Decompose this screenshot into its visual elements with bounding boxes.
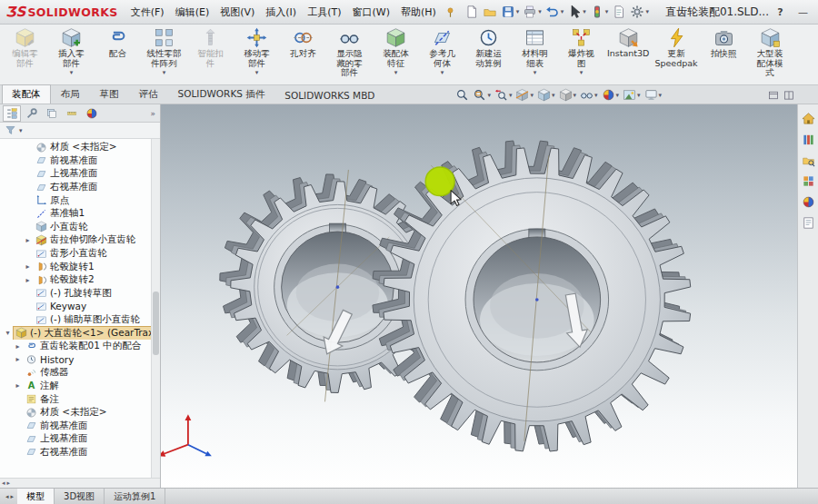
- task-pane-button[interactable]: [802, 133, 815, 146]
- hud-button[interactable]: ▾: [515, 88, 534, 102]
- hud-button[interactable]: ▾: [644, 88, 663, 102]
- tree-item[interactable]: ▸ 右视基准面: [0, 181, 160, 194]
- task-pane-button[interactable]: [802, 195, 815, 209]
- menu-item[interactable]: 文件(F): [125, 2, 170, 23]
- quick-access-button[interactable]: ▾: [544, 3, 566, 21]
- menu-item[interactable]: 插入(I): [260, 2, 302, 23]
- ribbon-button[interactable]: 更新 Speedpak ▾: [652, 25, 700, 84]
- quick-access-button[interactable]: ▾: [463, 3, 481, 21]
- quick-access-button[interactable]: ▾: [588, 3, 611, 21]
- expand-arrow-icon[interactable]: ▾: [4, 329, 12, 337]
- tree-item[interactable]: ▸ 基准轴1: [0, 207, 160, 221]
- ribbon-button[interactable]: 编辑零 部件 ▾: [2, 25, 48, 84]
- command-tab[interactable]: 草图: [90, 84, 129, 104]
- command-tab[interactable]: SOLIDWORKS MBD: [274, 86, 384, 104]
- filter-icon[interactable]: [5, 124, 16, 136]
- ribbon-button[interactable]: 装配体 特征 ▾: [373, 25, 419, 84]
- command-tab[interactable]: 布局: [51, 84, 90, 104]
- manager-tab[interactable]: [83, 105, 101, 122]
- expand-arrow-icon[interactable]: ▸: [24, 236, 32, 244]
- hud-button[interactable]: ▾: [537, 88, 555, 102]
- ribbon-button[interactable]: 智能扣 件 ▾: [187, 25, 234, 84]
- ribbon-button[interactable]: 新建运 动算例 ▾: [465, 25, 512, 84]
- help-button[interactable]: ?: [769, 4, 792, 21]
- tree-item[interactable]: ▸ 原点: [0, 193, 160, 207]
- scrollbar-thumb[interactable]: [153, 292, 159, 355]
- manager-tab[interactable]: [63, 105, 81, 122]
- tree-item[interactable]: ▸ 上视基准面: [0, 167, 160, 181]
- hud-button[interactable]: ▾: [623, 88, 641, 102]
- tree-item[interactable]: ▸ (-) 辅助草图小直齿轮: [0, 313, 160, 327]
- tree-item[interactable]: ▸ 材质 <未指定>: [0, 141, 160, 154]
- hud-button[interactable]: ▾: [580, 88, 598, 102]
- menu-item[interactable]: 窗口(W): [346, 2, 394, 23]
- hud-button[interactable]: ▾: [473, 88, 491, 102]
- ribbon-button[interactable]: 材料明 细表 ▾: [512, 25, 558, 84]
- ribbon-button[interactable]: 插入零 部件 ▾: [48, 25, 95, 84]
- statusbar-tab[interactable]: 3D视图: [55, 489, 105, 504]
- tree-item[interactable]: ▸ 小直齿轮: [0, 221, 160, 234]
- tree-item[interactable]: ▸ A 注解: [0, 380, 160, 393]
- ribbon-button[interactable]: 参考几 何体 ▾: [419, 25, 465, 84]
- tree-item[interactable]: ▸ 轮毂旋转1: [0, 260, 160, 273]
- ribbon-button[interactable]: 显示隐 藏的零 部件 ▾: [326, 25, 373, 84]
- command-tab[interactable]: 装配体: [2, 84, 51, 104]
- quick-access-button[interactable]: ▾: [628, 3, 651, 21]
- tree-item[interactable]: ▾ (-) 大直齿轮<1> (GearTrax<显示: [0, 326, 160, 340]
- statusbar-tab[interactable]: 模型: [17, 489, 55, 504]
- tree-item[interactable]: ▸ Keyway: [0, 300, 160, 313]
- pin-icon[interactable]: [444, 6, 456, 18]
- hud-button[interactable]: ▾: [494, 88, 513, 102]
- filter-dropdown-icon[interactable]: ▾: [19, 127, 23, 134]
- tree-item[interactable]: ▸ History: [0, 353, 160, 367]
- expand-arrow-icon[interactable]: ▸: [24, 276, 32, 284]
- graphics-area[interactable]: [161, 104, 797, 488]
- tree-item[interactable]: ▸ 齿拉伸切除小直齿轮: [0, 233, 160, 247]
- tree-item[interactable]: ▸ 齿形小直齿轮: [0, 247, 160, 261]
- expand-arrow-icon[interactable]: ▸: [14, 355, 22, 363]
- manager-tab[interactable]: [3, 105, 21, 122]
- ribbon-button[interactable]: Instant3D ▾: [604, 25, 652, 84]
- tree-vertical-scrollbar[interactable]: [151, 139, 160, 478]
- ribbon-button[interactable]: 配合 ▾: [95, 25, 141, 84]
- manager-tab[interactable]: [43, 105, 61, 122]
- ribbon-button[interactable]: 爆炸视 图 ▾: [558, 25, 604, 84]
- ribbon-button[interactable]: 移动零 部件 ▾: [234, 25, 280, 84]
- tree-item[interactable]: ▸ 材质 <未指定>: [0, 406, 160, 420]
- tree-item[interactable]: ▸ 上视基准面: [0, 432, 160, 446]
- quick-access-button[interactable]: ▾: [481, 3, 499, 21]
- quick-access-button[interactable]: ▾: [610, 3, 628, 21]
- expand-arrow-icon[interactable]: ▸: [14, 342, 22, 351]
- menu-item[interactable]: 编辑(E): [170, 2, 215, 23]
- tree-item[interactable]: ▸ 前视基准面: [0, 419, 160, 432]
- menu-item[interactable]: 帮助(H): [395, 2, 442, 23]
- command-tab[interactable]: 评估: [129, 84, 168, 104]
- expand-arrow-icon[interactable]: ▸: [14, 381, 22, 390]
- expand-arrow-icon[interactable]: ▸: [24, 262, 32, 271]
- tab-scroll-arrows[interactable]: ◂▸: [2, 489, 17, 504]
- tree-item[interactable]: ▸ 备注: [0, 392, 160, 406]
- panel-horizontal-scrollbar[interactable]: ◂▸: [0, 478, 160, 488]
- tree-item[interactable]: ▸ 右视基准面: [0, 446, 160, 460]
- tree-item[interactable]: ▸ 传感器: [0, 366, 160, 380]
- hud-button[interactable]: ▾: [455, 88, 469, 102]
- ribbon-button[interactable]: 线性零部 件阵列 ▾: [141, 25, 187, 84]
- tree-item[interactable]: ▸ 前视基准面: [0, 154, 160, 168]
- quick-access-button[interactable]: ▾: [565, 3, 588, 21]
- ribbon-button[interactable]: 大型装 配体模 式 ▾: [747, 25, 793, 84]
- task-pane-button[interactable]: [802, 216, 815, 230]
- pane-control-button[interactable]: [768, 90, 779, 101]
- hud-button[interactable]: ▾: [559, 88, 577, 102]
- pane-control-button[interactable]: [783, 90, 794, 101]
- window-control-button[interactable]: □: [814, 4, 818, 21]
- tree-item[interactable]: ▸ 轮毂旋转2: [0, 273, 160, 287]
- manager-tab[interactable]: [23, 105, 41, 122]
- hud-button[interactable]: ▾: [602, 88, 620, 102]
- statusbar-tab[interactable]: 运动算例1: [105, 489, 165, 504]
- task-pane-button[interactable]: [802, 153, 815, 167]
- quick-access-button[interactable]: ▾: [521, 3, 544, 21]
- command-tab[interactable]: SOLIDWORKS 插件: [168, 84, 275, 104]
- task-pane-button[interactable]: [802, 112, 815, 125]
- ribbon-button[interactable]: 孔对齐 ▾: [280, 25, 326, 84]
- menu-item[interactable]: 工具(T): [302, 2, 346, 23]
